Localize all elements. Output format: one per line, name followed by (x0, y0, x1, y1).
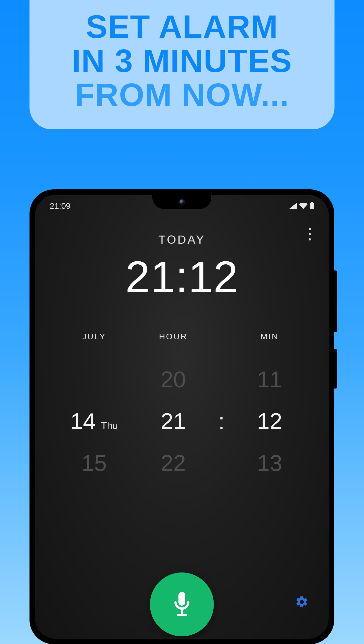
picker-row-selected[interactable]: 14 Thu 21 : 12 (54, 400, 309, 442)
settings-button[interactable] (292, 592, 312, 612)
picker-day-number: 14 (70, 408, 95, 434)
picker-hour-prev: 20 (134, 367, 213, 392)
promo-banner: SET ALARM IN 3 MINUTES FROM NOW... (30, 0, 334, 129)
picker-column-labels: JULY HOUR MIN (54, 332, 309, 341)
phone-side-button (334, 349, 337, 388)
alarm-header: TODAY 21:12 (35, 233, 329, 302)
status-bar: 21:09 (35, 195, 329, 217)
more-vert-icon (309, 228, 311, 230)
picker-day-next: 15 (54, 450, 134, 476)
picker-hour-selected: 21 (134, 408, 213, 434)
picker-hour-next: 22 (134, 450, 213, 476)
banner-line-1: SET ALARM (39, 10, 325, 44)
phone-frame: 21:09 TODAY 21:12 JULY HOUR MIN (30, 189, 334, 644)
voice-input-button[interactable] (150, 572, 214, 636)
gear-icon (295, 595, 309, 609)
picker-row-prev[interactable]: 20 11 (54, 359, 309, 400)
picker-label-hour: HOUR (134, 332, 213, 341)
picker-label-min: MIN (230, 332, 309, 341)
more-vert-icon (309, 233, 311, 235)
battery-icon (310, 202, 314, 209)
svg-rect-2 (178, 592, 185, 606)
bottom-controls (35, 572, 329, 639)
picker-day-selected: 14 Thu (54, 408, 134, 434)
signal-icon (289, 203, 297, 209)
picker-min-next: 13 (230, 450, 309, 476)
microphone-icon (172, 591, 192, 618)
wifi-icon (299, 203, 308, 209)
more-vert-icon (309, 238, 311, 241)
svg-rect-0 (310, 203, 314, 209)
phone-screen: 21:09 TODAY 21:12 JULY HOUR MIN (35, 195, 329, 639)
picker-min-selected: 12 (230, 408, 309, 434)
banner-line-3: FROM NOW... (39, 78, 325, 112)
status-icons (289, 202, 314, 209)
day-label: TODAY (35, 233, 329, 246)
picker-day-name: Thu (101, 420, 118, 431)
picker-label-month: JULY (54, 332, 134, 341)
picker-min-prev: 11 (230, 367, 309, 392)
banner-line-2: IN 3 MINUTES (39, 44, 325, 78)
phone-side-button (334, 271, 337, 332)
overflow-menu-button[interactable] (302, 224, 317, 244)
time-picker: JULY HOUR MIN 20 11 14 Thu 21 : 12 (35, 332, 329, 484)
alarm-time-display: 21:12 (35, 251, 329, 302)
status-clock: 21:09 (50, 201, 70, 211)
svg-rect-1 (311, 202, 313, 203)
picker-row-next[interactable]: 15 22 13 (54, 442, 309, 484)
picker-colon: : (213, 408, 230, 434)
